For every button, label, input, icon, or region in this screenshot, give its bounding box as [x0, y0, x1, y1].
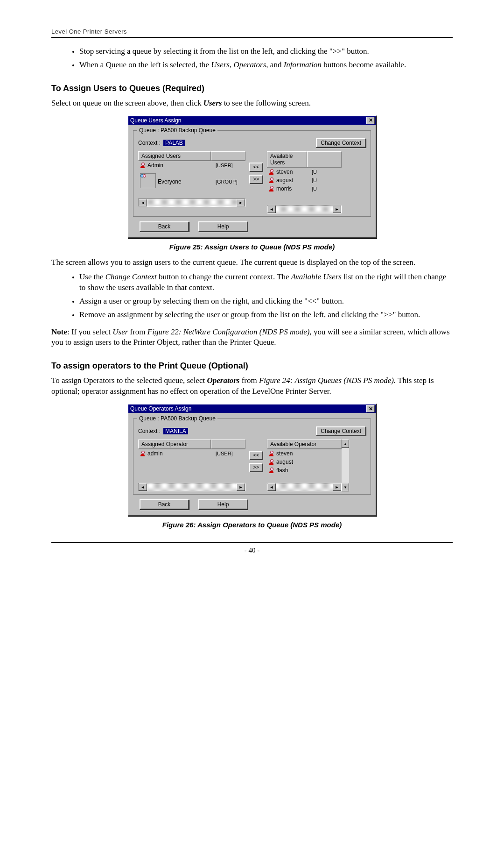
item-type: [U [312, 169, 340, 175]
assigned-users-list[interactable]: Assigned Users Admin[USER]Everyone[GROUP… [138, 151, 245, 207]
groupbox: Queue : PA500 Backup Queue Context : MAN… [133, 418, 371, 495]
list-item[interactable]: august [267, 458, 342, 466]
v-scrollbar[interactable]: ▲▼ [342, 440, 349, 491]
close-icon[interactable]: ✕ [366, 117, 375, 124]
col-header: Assigned Operator [138, 440, 211, 449]
top-bullets: Stop servicing a queue by selecting it f… [51, 46, 453, 71]
user-icon [269, 177, 274, 183]
back-button[interactable]: Back [140, 499, 189, 510]
dialog-queue-users-assign: Queue Users Assign ✕ Queue : PA500 Backu… [127, 115, 377, 238]
list-item[interactable]: steven[U [267, 168, 342, 176]
context-label: Context : [138, 428, 161, 434]
figure-caption: Figure 25: Assign Users to Queue (NDS PS… [51, 243, 453, 251]
list-item[interactable]: august[U [267, 176, 342, 184]
section-heading: To Assign Users to Queues (Required) [51, 84, 453, 93]
list-item[interactable]: steven [267, 449, 342, 458]
page: Level One Printer Servers Stop servicing… [51, 0, 453, 582]
scroll-down-icon[interactable]: ▼ [342, 483, 349, 491]
section-bullets: Use the Change Context button to change … [51, 272, 453, 320]
bullet: Stop servicing a queue by selecting it f… [79, 46, 453, 57]
help-button[interactable]: Help [198, 221, 248, 232]
user-icon [140, 163, 146, 168]
user-icon [269, 451, 274, 456]
move-left-button[interactable]: << [249, 163, 263, 172]
h-scrollbar[interactable]: ◄► [267, 483, 342, 491]
scroll-left-icon[interactable]: ◄ [267, 206, 276, 213]
change-context-button[interactable]: Change Context [316, 426, 366, 436]
move-left-button[interactable]: << [249, 451, 263, 460]
col-header: Available Users [267, 151, 307, 167]
close-icon[interactable]: ✕ [366, 405, 375, 412]
context-value[interactable]: PALAB [163, 140, 185, 146]
back-button[interactable]: Back [140, 221, 189, 232]
list-body: admin[USER] [138, 449, 245, 483]
item-name: steven [276, 450, 310, 457]
bullet: Remove an assignment by selecting the us… [79, 310, 453, 320]
figure-caption: Figure 26: Assign Operators to Queue (ND… [51, 521, 453, 529]
list-body: steven[Uaugust[Umorris[U [267, 168, 342, 205]
dialog-title: Queue Users Assign [130, 117, 181, 124]
available-users-list[interactable]: Available Users steven[Uaugust[Umorris[U… [267, 151, 342, 213]
titlebar: Queue Operators Assign ✕ [128, 404, 376, 413]
scroll-left-icon[interactable]: ◄ [267, 483, 276, 491]
item-name: Admin [147, 162, 214, 169]
item-type: [U [312, 177, 340, 183]
list-item[interactable]: admin[USER] [138, 449, 245, 458]
groupbox: Queue : PA500 Backup Queue Context : PAL… [133, 130, 371, 217]
list-item[interactable]: Everyone[GROUP] [138, 170, 245, 194]
item-type: [U [312, 186, 340, 191]
page-number: - 40 - [51, 546, 453, 554]
item-name: august [276, 177, 310, 184]
group-icon [140, 173, 156, 188]
scroll-up-icon[interactable]: ▲ [342, 440, 349, 448]
item-name: morris [276, 185, 310, 192]
body-text: The screen allows you to assign users to… [51, 257, 453, 268]
body-text: To assign Operators to the selected queu… [51, 376, 453, 397]
user-icon [269, 459, 274, 465]
running-header: Level One Printer Servers [51, 28, 453, 38]
help-button[interactable]: Help [198, 499, 248, 510]
col-header: Assigned Users [138, 151, 211, 161]
dialog-title: Queue Operators Assign [130, 405, 191, 412]
available-operator-list[interactable]: Available Operator stevenaugustflash ◄► [267, 440, 342, 491]
scroll-left-icon[interactable]: ◄ [139, 199, 147, 206]
titlebar: Queue Users Assign ✕ [128, 116, 376, 125]
move-right-button[interactable]: >> [249, 463, 263, 472]
item-type: [USER] [216, 451, 244, 456]
item-name: steven [276, 169, 310, 175]
list-body: stevenaugustflash [267, 449, 342, 483]
context-value[interactable]: MANILA [163, 428, 188, 434]
note-text: Note: If you select User from Figure 22:… [51, 327, 453, 348]
section-intro: Select on queue on the screen above, the… [51, 98, 453, 109]
bullet: Assign a user or group by selecting them… [79, 296, 453, 307]
move-right-button[interactable]: >> [249, 175, 263, 184]
scroll-right-icon[interactable]: ► [333, 483, 341, 491]
col-header: Available Operator [267, 440, 342, 449]
scroll-right-icon[interactable]: ► [333, 206, 341, 213]
context-label: Context : [138, 140, 161, 146]
group-legend: Queue : PA500 Backup Queue [137, 415, 217, 422]
user-icon [269, 186, 274, 191]
dialog-queue-operators-assign: Queue Operators Assign ✕ Queue : PA500 B… [127, 404, 377, 516]
scroll-right-icon[interactable]: ► [237, 199, 245, 206]
h-scrollbar[interactable]: ◄► [138, 483, 245, 491]
bullet: When a Queue on the left is selected, th… [79, 60, 453, 71]
change-context-button[interactable]: Change Context [316, 138, 366, 148]
list-body: Admin[USER]Everyone[GROUP] [138, 161, 245, 199]
item-name: flash [276, 467, 310, 474]
item-name: august [276, 459, 310, 465]
bullet: Use the Change Context button to change … [79, 272, 453, 293]
item-type: [GROUP] [216, 179, 244, 184]
section-heading: To assign operators to the Print Queue (… [51, 361, 453, 371]
item-name: admin [147, 450, 214, 457]
list-item[interactable]: Admin[USER] [138, 161, 245, 170]
scroll-left-icon[interactable]: ◄ [139, 483, 147, 491]
assigned-operator-list[interactable]: Assigned Operator admin[USER] ◄► [138, 440, 245, 491]
user-icon [269, 468, 274, 473]
list-item[interactable]: morris[U [267, 184, 342, 193]
group-legend: Queue : PA500 Backup Queue [137, 127, 217, 134]
list-item[interactable]: flash [267, 466, 342, 475]
h-scrollbar[interactable]: ◄► [138, 199, 245, 207]
scroll-right-icon[interactable]: ► [237, 483, 245, 491]
h-scrollbar[interactable]: ◄► [267, 205, 342, 213]
